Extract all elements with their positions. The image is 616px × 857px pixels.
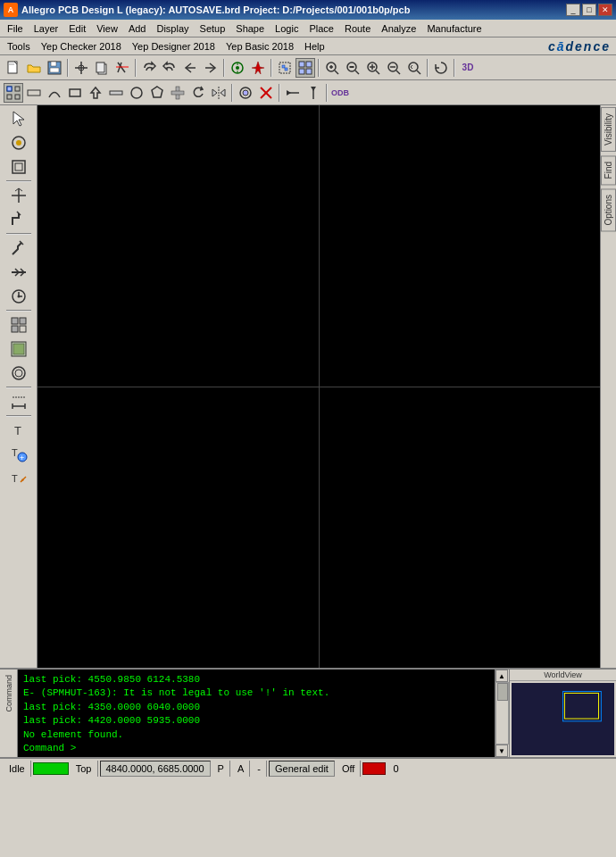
status-edit-mode: General edit [269, 761, 335, 777]
menu-help[interactable]: Help [299, 38, 330, 54]
move-btn[interactable] [106, 83, 126, 103]
constraint-btn[interactable] [86, 83, 105, 103]
menu-shape[interactable]: Shape [230, 21, 270, 37]
menu-tools[interactable]: Tools [2, 38, 36, 54]
menu-route[interactable]: Route [339, 21, 376, 37]
fwd-button[interactable] [201, 58, 221, 78]
new-button[interactable] [4, 58, 23, 78]
snap-button[interactable] [71, 58, 91, 78]
scroll-thumb[interactable] [497, 683, 508, 701]
ratsnest-button[interactable] [228, 58, 247, 78]
cut-button[interactable] [112, 58, 132, 78]
menu-logic[interactable]: Logic [270, 21, 304, 37]
svg-rect-76 [12, 318, 18, 324]
save-button[interactable] [45, 58, 64, 78]
canvas-area[interactable] [37, 105, 600, 668]
slide-tool[interactable] [5, 261, 32, 284]
zoom-prev-button[interactable] [404, 58, 424, 78]
connect-tool[interactable] [5, 237, 32, 260]
place-comp-tool[interactable] [5, 184, 32, 207]
menu-file[interactable]: File [2, 21, 29, 37]
rotate-btn[interactable] [188, 83, 208, 103]
label2-tool[interactable]: T+ [5, 443, 32, 466]
menu-manufacture[interactable]: Manufacture [421, 21, 487, 37]
scroll-up-btn[interactable]: ▲ [495, 670, 508, 682]
arc-btn[interactable] [45, 83, 64, 103]
sep-7 [454, 59, 455, 77]
options-tab[interactable]: Options [601, 188, 616, 231]
highlight-tool[interactable] [5, 131, 32, 154]
edit-text-tool[interactable]: T [5, 467, 32, 490]
mirror-btn[interactable] [209, 83, 229, 103]
status-indicator-green [33, 762, 69, 775]
refresh-button[interactable] [431, 58, 451, 78]
solder-tool[interactable] [5, 155, 32, 179]
svg-rect-69 [15, 163, 22, 171]
zoom-in2-button[interactable] [363, 58, 383, 78]
void-tool[interactable] [5, 362, 32, 385]
delete-btn[interactable] [256, 83, 276, 103]
h-line-btn[interactable] [283, 83, 303, 103]
zoom-fit-button[interactable] [343, 58, 362, 78]
left-toolbar: T T+ T [0, 105, 37, 668]
console-output[interactable]: last pick: 4550.9850 6124.5380 E- (SPMHU… [18, 670, 495, 757]
scroll-down-btn[interactable]: ▼ [495, 745, 508, 757]
scroll-track[interactable] [495, 682, 509, 745]
line-btn[interactable] [24, 83, 44, 103]
copy-button[interactable] [92, 58, 112, 78]
svg-point-83 [15, 370, 22, 377]
menu-yep-basic[interactable]: Yep Basic 2018 [221, 38, 299, 54]
circle-btn[interactable] [127, 83, 146, 103]
v-line-btn[interactable] [304, 83, 323, 103]
undo-button[interactable] [139, 58, 159, 78]
odb-button[interactable]: ODB [330, 83, 350, 103]
menu-place[interactable]: Place [304, 21, 339, 37]
menu-view[interactable]: View [91, 21, 123, 37]
svg-line-38 [396, 71, 400, 74]
title-bar: A Allegro PCB Design L (legacy): AUTOSAV… [0, 0, 616, 20]
route-tool[interactable] [5, 208, 32, 231]
redo-button[interactable] [160, 58, 179, 78]
console-scrollbar[interactable]: ▲ ▼ [495, 670, 509, 757]
rect-btn[interactable] [65, 83, 85, 103]
menu-edit[interactable]: Edit [63, 21, 91, 37]
menu-yep-designer[interactable]: Yep Designer 2018 [127, 38, 221, 54]
label-tool[interactable]: T [5, 419, 32, 442]
menu-yep-checker[interactable]: Yep Checker 2018 [36, 38, 127, 54]
zoom-in-button[interactable] [322, 58, 342, 78]
close-button[interactable]: ✕ [598, 4, 612, 16]
open-button[interactable] [24, 58, 44, 78]
menu-setup[interactable]: Setup [195, 21, 231, 37]
maximize-button[interactable]: □ [582, 4, 596, 16]
svg-line-34 [376, 71, 379, 74]
snap-grid-button[interactable] [4, 83, 23, 103]
minimize-button[interactable]: _ [566, 4, 580, 16]
menu-add[interactable]: Add [123, 21, 152, 37]
console-prompt[interactable]: Command > [23, 742, 489, 755]
delay-tool[interactable] [5, 285, 32, 308]
find-tab[interactable]: Find [601, 155, 616, 185]
menu-display[interactable]: Display [151, 21, 194, 37]
sep-after-save [67, 59, 69, 77]
zoom-out2-button[interactable] [384, 58, 404, 78]
polygon-btn[interactable] [147, 83, 167, 103]
svg-rect-95 [563, 692, 602, 721]
3d-button[interactable]: 3D [458, 58, 478, 78]
add-via-btn[interactable] [236, 83, 255, 103]
pin-button[interactable] [248, 58, 268, 78]
back-button[interactable] [180, 58, 200, 78]
menu-layer[interactable]: Layer [29, 21, 64, 37]
cross-btn[interactable] [168, 83, 187, 103]
menu-analyze[interactable]: Analyze [376, 21, 421, 37]
flood-fill-tool[interactable] [5, 313, 32, 337]
select-tool[interactable] [5, 107, 32, 130]
svg-text:+: + [20, 453, 24, 462]
svg-rect-23 [306, 62, 312, 67]
svg-rect-68 [12, 161, 25, 173]
plane-tool[interactable] [5, 337, 32, 361]
visibility-tab[interactable]: Visibility [601, 107, 616, 152]
menu-bar-1: File Layer Edit View Add Display Setup S… [0, 20, 616, 37]
measure-tool[interactable] [5, 390, 32, 413]
sel-all-button[interactable] [296, 58, 315, 78]
sel-area-button[interactable] [275, 58, 295, 78]
